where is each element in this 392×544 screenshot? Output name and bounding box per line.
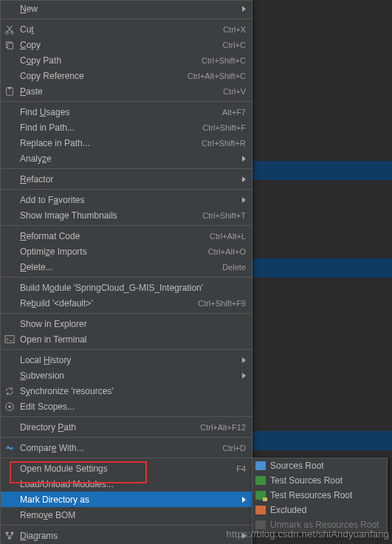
menu-paste[interactable]: PasteCtrl+V bbox=[1, 83, 252, 99]
folder-icon bbox=[255, 491, 266, 500]
menu-synchronize[interactable]: Synchronize 'resources' bbox=[1, 383, 252, 399]
svg-rect-3 bbox=[7, 43, 13, 49]
shortcut: Ctrl+Shift+F bbox=[202, 123, 246, 132]
shortcut: Ctrl+Alt+Shift+C bbox=[188, 72, 246, 80]
menu-find-in-path[interactable]: Find in Path...Ctrl+Shift+F bbox=[1, 120, 252, 135]
chevron-right-icon bbox=[242, 497, 246, 503]
svg-rect-5 bbox=[8, 86, 11, 89]
submenu-test-resources-root[interactable]: Test Resources Root bbox=[252, 488, 387, 503]
menu-replace-in-path[interactable]: Replace in Path...Ctrl+Shift+R bbox=[1, 135, 252, 151]
copy-icon bbox=[4, 39, 16, 51]
separator bbox=[1, 18, 252, 19]
menu-refactor[interactable]: Refactor bbox=[1, 171, 252, 187]
paste-icon bbox=[4, 86, 16, 97]
separator bbox=[1, 168, 252, 169]
submenu-excluded[interactable]: Excluded bbox=[252, 503, 387, 517]
menu-edit-scopes[interactable]: Edit Scopes... bbox=[1, 399, 252, 414]
shortcut: Ctrl+Shift+F9 bbox=[198, 299, 246, 308]
scopes-icon bbox=[4, 401, 16, 413]
menu-optimize-imports[interactable]: Optimize ImportsCtrl+Alt+O bbox=[1, 244, 252, 259]
svg-rect-9 bbox=[6, 531, 9, 534]
chevron-right-icon bbox=[242, 357, 246, 363]
compare-icon bbox=[4, 442, 16, 454]
shortcut: Ctrl+D bbox=[223, 444, 246, 452]
shortcut: Ctrl+C bbox=[223, 41, 246, 49]
menu-add-favorites[interactable]: Add to Favorites bbox=[1, 192, 252, 207]
shortcut: Ctrl+Shift+C bbox=[202, 56, 246, 65]
menu-rebuild[interactable]: Rebuild '<default>'Ctrl+Shift+F9 bbox=[1, 295, 252, 311]
menu-delete[interactable]: Delete...Delete bbox=[1, 259, 252, 275]
chevron-right-icon bbox=[242, 6, 246, 12]
separator bbox=[1, 313, 252, 314]
svg-point-8 bbox=[8, 405, 11, 408]
separator bbox=[1, 525, 252, 526]
menu-find-usages[interactable]: Find UsagesAlt+F7 bbox=[1, 104, 252, 120]
separator bbox=[1, 349, 252, 350]
folder-icon bbox=[255, 476, 266, 485]
mark-directory-submenu: Sources Root Test Sources Root Test Reso… bbox=[252, 458, 388, 533]
svg-rect-10 bbox=[11, 531, 14, 534]
watermark: https://blog.csdn.net/shiAndyuanfang bbox=[227, 528, 389, 540]
menu-copy-path[interactable]: Copy PathCtrl+Shift+C bbox=[1, 52, 252, 68]
menu-cut[interactable]: CutCtrl+X bbox=[1, 21, 252, 37]
menu-remove-bom[interactable]: Remove BOM bbox=[1, 507, 252, 523]
shortcut: Alt+F7 bbox=[222, 108, 246, 117]
menu-subversion[interactable]: Subversion bbox=[1, 368, 252, 383]
menu-copy[interactable]: CopyCtrl+C bbox=[1, 37, 252, 52]
menu-local-history[interactable]: Local History bbox=[1, 352, 252, 368]
separator bbox=[1, 416, 252, 417]
menu-open-module-settings[interactable]: Open Module SettingsF4 bbox=[1, 461, 252, 476]
menu-reformat-code[interactable]: Reformat CodeCtrl+Alt+L bbox=[1, 228, 252, 244]
menu-copy-reference[interactable]: Copy ReferenceCtrl+Alt+Shift+C bbox=[1, 68, 252, 83]
chevron-right-icon bbox=[242, 156, 246, 162]
terminal-icon bbox=[4, 334, 16, 345]
chevron-right-icon bbox=[242, 197, 246, 203]
menu-compare-with[interactable]: Compare With...Ctrl+D bbox=[1, 440, 252, 455]
menu-diagrams[interactable]: Diagrams bbox=[1, 528, 252, 543]
shortcut: Delete bbox=[222, 263, 246, 272]
menu-new[interactable]: NNewew bbox=[1, 1, 252, 16]
separator bbox=[1, 458, 252, 458]
separator bbox=[1, 437, 252, 438]
menu-mark-directory-as[interactable]: Mark Directory as bbox=[1, 492, 252, 507]
shortcut: Ctrl+Shift+R bbox=[202, 139, 246, 148]
shortcut: Ctrl+X bbox=[223, 25, 246, 34]
svg-rect-11 bbox=[8, 537, 11, 539]
menu-show-thumbnails[interactable]: Show Image ThumbnailsCtrl+Shift+T bbox=[1, 207, 252, 223]
separator bbox=[1, 189, 252, 190]
cut-icon bbox=[4, 24, 16, 35]
shortcut: Ctrl+Alt+F12 bbox=[200, 423, 246, 432]
folder-icon bbox=[255, 461, 266, 470]
menu-load-unload-modules[interactable]: Load/Unload Modules... bbox=[1, 476, 252, 492]
shortcut: Ctrl+Alt+O bbox=[208, 247, 246, 256]
context-menu: NNewew CutCtrl+X CopyCtrl+C Copy PathCtr… bbox=[0, 0, 252, 544]
svg-rect-6 bbox=[5, 335, 14, 342]
submenu-test-sources-root[interactable]: Test Sources Root bbox=[252, 473, 387, 488]
submenu-sources-root[interactable]: Sources Root bbox=[252, 458, 387, 473]
shortcut: Ctrl+V bbox=[223, 87, 246, 96]
folder-icon bbox=[255, 506, 266, 514]
diagram-icon bbox=[4, 530, 16, 542]
separator bbox=[1, 277, 252, 278]
menu-directory-path[interactable]: Directory PathCtrl+Alt+F12 bbox=[1, 419, 252, 435]
menu-open-terminal[interactable]: Open in Terminal bbox=[1, 331, 252, 347]
menu-build-module[interactable]: Build Module 'SpringCloud_G-MIS_Integrat… bbox=[1, 280, 252, 295]
separator bbox=[1, 101, 252, 102]
sync-icon bbox=[4, 385, 16, 397]
shortcut: Ctrl+Alt+L bbox=[210, 232, 246, 241]
shortcut: Ctrl+Shift+T bbox=[202, 211, 246, 220]
menu-analyze[interactable]: Analyze bbox=[1, 151, 252, 166]
separator bbox=[1, 225, 252, 226]
chevron-right-icon bbox=[242, 176, 246, 182]
menu-show-explorer[interactable]: Show in Explorer bbox=[1, 316, 252, 331]
shortcut: F4 bbox=[236, 464, 246, 473]
chevron-right-icon bbox=[242, 373, 246, 379]
